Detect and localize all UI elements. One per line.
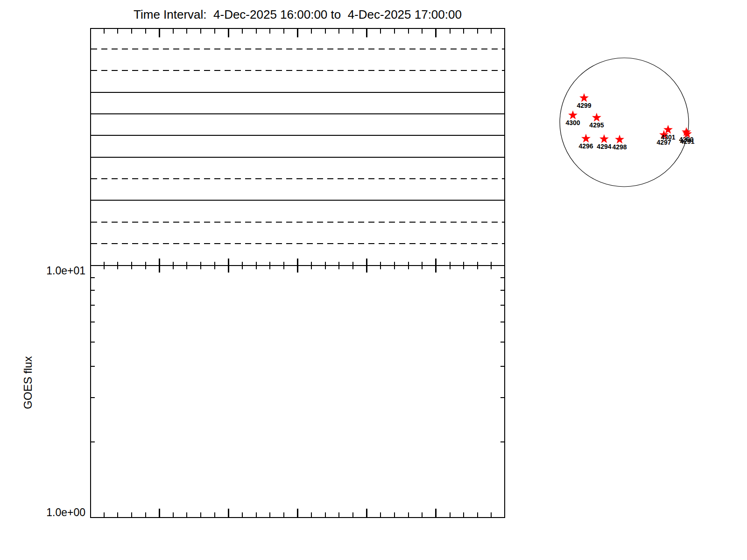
solar-disk-chart: 4299430042954296429442984297430142904291 [0,0,747,560]
x-axis-tick-top [242,29,243,34]
x-axis-tick-bottom [422,512,423,517]
x-axis-tick-bottom [311,512,312,517]
plot-canvas: Time Interval: 4-Dec-2025 16:00:00 to 4-… [0,0,747,560]
active-region-star-4298 [615,135,624,144]
goes-log-tick-left [91,290,95,291]
x-axis-tick-bottom [477,512,478,517]
x-axis-tick-bottom [380,512,381,517]
x-axis-tick-boundary [159,259,160,273]
x-axis-tick-bottom [228,509,229,517]
x-axis-tick-top [450,29,451,34]
x-axis-tick-boundary [131,262,132,269]
filter-row-line-Al_poly [91,200,504,201]
x-axis-tick-bottom [214,512,215,517]
goes-log-tick-left [91,342,95,343]
x-axis-tick-boundary [435,259,437,273]
x-axis-tick-boundary [311,262,312,269]
x-axis-tick-top [422,29,423,34]
x-axis-tick-bottom [117,512,118,517]
active-region-label-4291: 4291 [680,138,694,145]
active-region-label-4300: 4300 [565,119,580,126]
x-axis-tick-bottom [256,512,257,517]
x-axis-tick-top [159,29,160,37]
x-axis-tick-boundary [338,262,339,269]
x-axis-tick-boundary [297,259,298,273]
x-axis-tick-boundary [408,262,409,269]
x-axis-tick-boundary [394,262,395,269]
x-axis-tick-boundary [269,262,270,269]
goes-log-tick-left [91,277,95,278]
filter-row-line-C_poly [91,157,504,158]
x-axis-tick-top [491,29,492,34]
x-axis-tick-bottom [297,509,298,517]
active-region-label-4296: 4296 [578,142,593,150]
x-axis-tick-top [256,29,257,34]
x-axis-tick-bottom [408,512,409,517]
filter-row-line-Al_mesh [91,222,504,223]
x-axis-tick-bottom [283,512,284,517]
x-axis-tick-top [228,29,229,37]
active-region-label-4298: 4298 [612,143,627,151]
filter-row-line-Al_thick [91,70,504,71]
x-axis-tick-top [408,29,409,34]
goes-log-tick-left [91,441,95,442]
x-axis-tick-boundary [256,262,257,269]
x-axis-tick-boundary [366,259,367,273]
x-axis-tick-bottom [186,512,187,517]
x-axis-tick-top [380,29,381,34]
x-axis-tick-boundary [491,262,492,269]
active-region-star-4294 [599,134,609,143]
x-axis-tick-boundary [117,262,118,269]
x-axis-tick-boundary [186,262,187,269]
x-axis-tick-top [283,29,284,34]
x-axis-tick-top [173,29,174,34]
x-axis-tick-boundary [325,262,326,269]
goes-log-tick-right [500,342,504,343]
x-axis-tick-boundary [450,262,451,269]
x-axis-tick-boundary [214,262,215,269]
x-axis-tick-boundary [283,262,284,269]
x-axis-tick-top [117,29,118,34]
x-axis-tick-bottom [104,512,105,517]
x-axis-tick-bottom [394,512,395,517]
filter-row-line-Be_thick [91,49,504,49]
goes-log-tick-right [500,322,504,322]
x-axis-tick-boundary [228,259,229,273]
x-axis-tick-bottom [325,512,326,517]
goes-log-tick-left [91,397,95,398]
goes-log-tick-right [500,441,504,442]
x-axis-tick-bottom [463,512,464,517]
x-axis-tick-top [145,29,146,34]
x-axis-tick-top [297,29,298,37]
x-axis-tick-top [394,29,395,34]
goes-log-tick-right [500,366,504,367]
x-axis-tick-top [338,29,339,34]
x-axis-tick-bottom [159,509,160,517]
x-axis-tick-bottom [173,512,174,517]
x-axis-tick-boundary [380,262,381,269]
x-axis-tick-top [269,29,270,34]
x-axis-tick-boundary [145,262,146,269]
goes-log-tick-right [500,290,504,291]
filter-row-line-Be_thin [91,135,504,136]
x-axis-tick-top [186,29,187,34]
filter-row-line-Al_med [91,92,504,93]
goes-log-tick-left [91,366,95,367]
x-axis-tick-boundary [200,262,201,269]
x-axis-tick-bottom [450,512,451,517]
x-axis-tick-bottom [131,512,132,517]
x-axis-tick-top [214,29,215,34]
x-axis-tick-boundary [463,262,464,269]
x-axis-tick-boundary [352,262,353,269]
active-region-label-4301: 4301 [661,133,675,141]
active-region-star-4296 [581,134,591,143]
active-region-star-4300 [568,111,578,119]
active-region-label-4295: 4295 [589,121,604,129]
x-axis-tick-boundary [242,262,243,269]
x-axis-tick-top [311,29,312,34]
goes-log-tick-left [91,322,95,322]
active-region-star-4299 [579,93,589,102]
x-axis-tick-bottom [338,512,339,517]
active-region-star-4295 [592,113,601,122]
filter-row-line-Ti_poly [91,178,504,179]
